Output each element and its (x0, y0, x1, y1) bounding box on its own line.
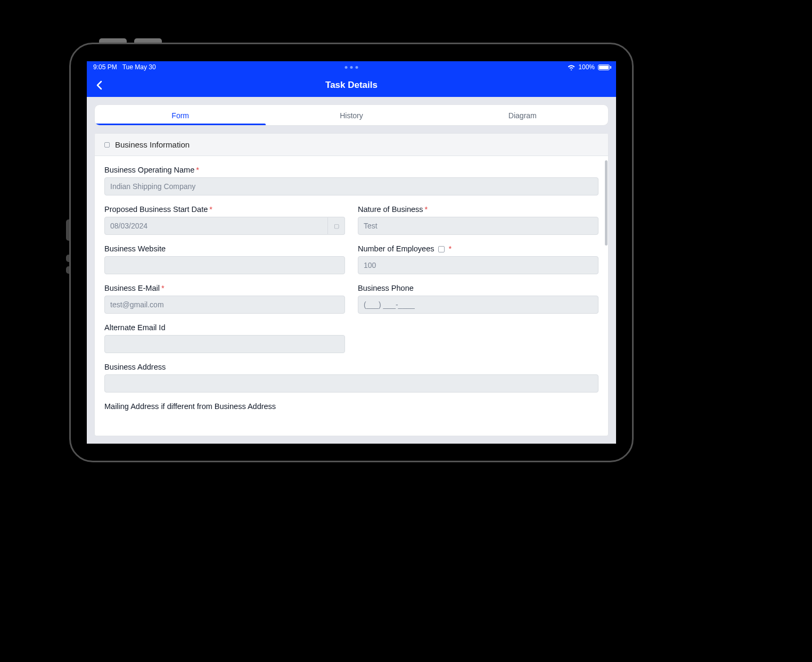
label-mailing: Mailing Address if different from Busine… (104, 402, 598, 411)
collapse-icon (104, 142, 110, 148)
scrollbar[interactable] (605, 160, 608, 246)
tab-diagram[interactable]: Diagram (437, 105, 608, 125)
status-bar: 9:05 PM Tue May 30 100% (87, 61, 616, 73)
help-icon[interactable] (438, 246, 445, 252)
form-body: Business Operating Name* Indian Shipping… (95, 156, 608, 436)
calendar-button[interactable]: ▢ (328, 217, 345, 235)
tablet-frame: 9:05 PM Tue May 30 100% Task Details (69, 43, 634, 462)
home-indicator[interactable] (290, 444, 413, 447)
input-operating-name[interactable]: Indian Shipping Company (104, 177, 598, 195)
battery-icon (598, 64, 610, 70)
label-alt-email: Alternate Email Id (104, 323, 345, 332)
input-phone[interactable]: (___) ___-____ (358, 296, 598, 314)
label-phone: Business Phone (358, 284, 598, 292)
input-address[interactable] (104, 374, 598, 393)
calendar-icon: ▢ (334, 223, 339, 230)
input-nature[interactable]: Test (358, 217, 598, 235)
form-panel: Business Information Business Operating … (94, 133, 609, 436)
label-nature: Nature of Business* (358, 205, 598, 214)
input-email[interactable]: test@gmail.com (104, 296, 345, 314)
content-area: Form History Diagram Business Informatio… (87, 97, 616, 444)
tab-form[interactable]: Form (95, 105, 266, 125)
status-time: 9:05 PM (93, 63, 117, 71)
multitask-dots[interactable] (345, 66, 358, 69)
label-employees: Number of Employees * (358, 244, 598, 253)
tab-history[interactable]: History (266, 105, 437, 125)
input-website[interactable] (104, 256, 345, 274)
nav-bar: Task Details (87, 73, 616, 97)
label-operating-name: Business Operating Name* (104, 166, 598, 174)
label-address: Business Address (104, 363, 598, 371)
section-title: Business Information (115, 140, 190, 149)
tab-bar: Form History Diagram (94, 104, 609, 126)
input-alt-email[interactable] (104, 335, 345, 353)
battery-percent: 100% (578, 63, 595, 71)
section-header[interactable]: Business Information (95, 134, 608, 156)
label-start-date: Proposed Business Start Date* (104, 205, 345, 214)
label-email: Business E-Mail* (104, 284, 345, 292)
wifi-icon (568, 64, 575, 70)
page-title: Task Details (325, 80, 378, 91)
label-website: Business Website (104, 244, 345, 253)
input-employees[interactable]: 100 (358, 256, 598, 274)
screen: 9:05 PM Tue May 30 100% Task Details (87, 61, 616, 444)
back-button[interactable] (94, 80, 105, 91)
input-start-date[interactable]: 08/03/2024 (104, 217, 328, 235)
status-date: Tue May 30 (122, 63, 156, 71)
